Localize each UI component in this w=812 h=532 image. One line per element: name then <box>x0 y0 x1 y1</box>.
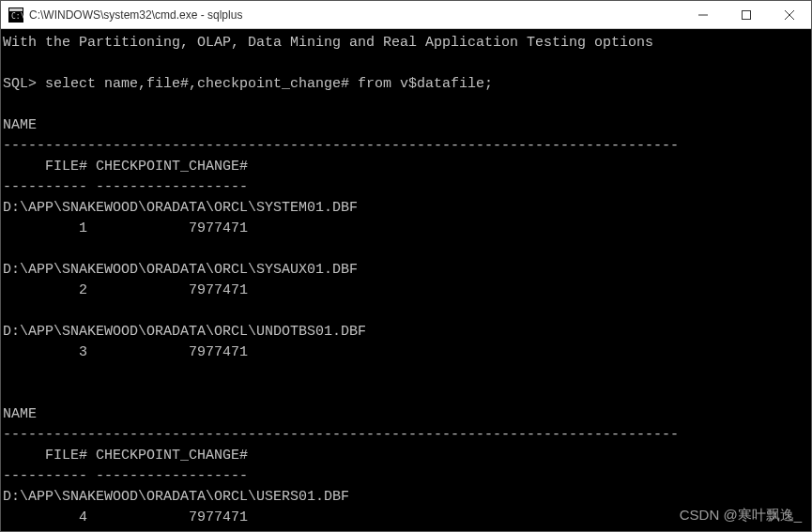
row-chk: 7977471 <box>96 344 248 360</box>
svg-rect-4 <box>743 10 751 19</box>
row-name: D:\APP\SNAKEWOOD\ORADATA\ORCL\SYSTEM01.D… <box>3 200 358 216</box>
minimize-icon <box>698 10 708 20</box>
svg-text:C:\: C:\ <box>11 12 23 21</box>
minimize-button[interactable] <box>682 1 725 29</box>
terminal-output[interactable]: With the Partitioning, OLAP, Data Mining… <box>1 29 811 531</box>
cmd-icon: C:\ <box>8 8 23 23</box>
sql-command: select name,file#,checkpoint_change# fro… <box>45 76 493 92</box>
window-controls <box>682 1 811 29</box>
close-icon <box>785 10 794 20</box>
col-name-header: NAME <box>3 117 37 133</box>
intro-line: With the Partitioning, OLAP, Data Mining… <box>3 35 653 51</box>
maximize-button[interactable] <box>725 1 768 29</box>
col-name-header: NAME <box>3 406 37 422</box>
row-chk: 7977471 <box>96 509 248 525</box>
sql-prompt: SQL> <box>3 76 37 92</box>
window-frame: C:\ C:\WINDOWS\system32\cmd.exe - sqlplu… <box>0 0 812 532</box>
row-file: 3 <box>3 344 87 360</box>
col-rule: ---------- ------------------ <box>3 468 248 484</box>
window-title: C:\WINDOWS\system32\cmd.exe - sqlplus <box>29 8 682 22</box>
rule-line: ----------------------------------------… <box>3 138 679 154</box>
col-header: FILE# CHECKPOINT_CHANGE# <box>3 159 248 175</box>
titlebar[interactable]: C:\ C:\WINDOWS\system32\cmd.exe - sqlplu… <box>1 1 811 29</box>
row-name: D:\APP\SNAKEWOOD\ORADATA\ORCL\SYSAUX01.D… <box>3 262 358 278</box>
watermark: CSDN @寒叶飘逸_ <box>680 505 802 525</box>
row-file: 1 <box>3 220 87 236</box>
row-name: D:\APP\SNAKEWOOD\ORADATA\ORCL\UNDOTBS01.… <box>3 324 366 340</box>
row-file: 4 <box>3 509 87 525</box>
col-header: FILE# CHECKPOINT_CHANGE# <box>3 448 248 464</box>
row-chk: 7977471 <box>96 220 248 236</box>
svg-rect-1 <box>9 8 23 11</box>
row-name: D:\APP\SNAKEWOOD\ORADATA\ORCL\USERS01.DB… <box>3 489 349 505</box>
rule-line: ----------------------------------------… <box>3 427 679 443</box>
row-chk: 7977471 <box>96 282 248 298</box>
row-file: 2 <box>3 282 87 298</box>
col-rule: ---------- ------------------ <box>3 179 248 195</box>
close-button[interactable] <box>768 1 811 29</box>
maximize-icon <box>742 10 751 20</box>
